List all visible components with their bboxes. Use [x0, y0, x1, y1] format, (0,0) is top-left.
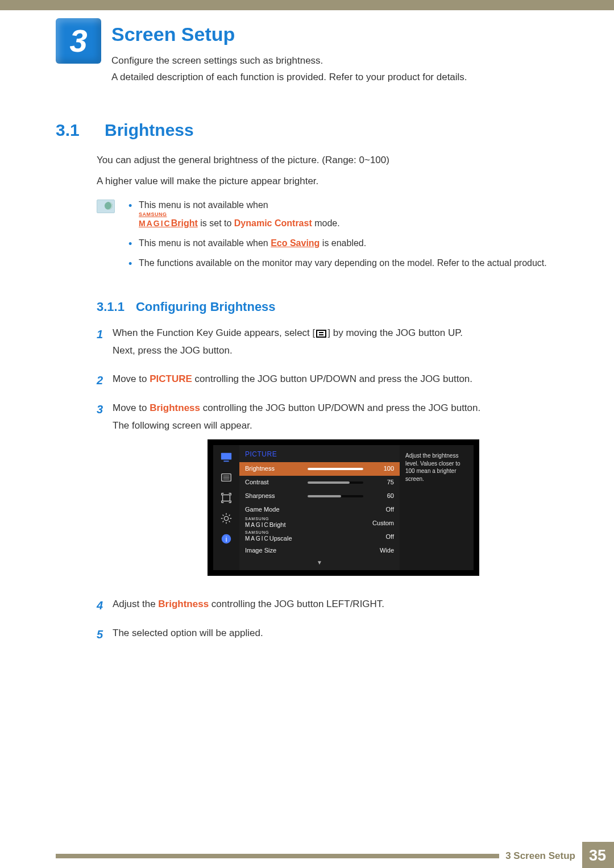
osd-row-label: Contrast	[245, 478, 302, 487]
osd-row-0: Brightness100	[239, 462, 400, 476]
step2-text-b: controlling the JOG button UP/DOWN and p…	[192, 373, 472, 384]
menu-icon	[316, 330, 326, 338]
step1-text-c: Next, press the JOG button.	[113, 344, 574, 358]
osd-row-label: Game Mode	[245, 505, 302, 514]
osd-row-3: Game ModeOff	[239, 503, 400, 517]
osd-slider	[308, 468, 363, 470]
step1-text-b: ] by moving the JOG button UP.	[327, 327, 463, 338]
osd-row-value: 60	[369, 492, 394, 501]
step5-text: The selected option will be applied.	[113, 626, 574, 641]
section-body: You can adjust the general brightness of…	[97, 153, 574, 188]
osd-row-value: Wide	[369, 546, 394, 555]
chapter-number-badge: 3	[56, 18, 101, 64]
footer-page-number: 35	[582, 842, 614, 868]
step-3: Move to Brightness controlling the JOG b…	[97, 401, 574, 594]
note1-mid: is set to	[198, 218, 234, 228]
intro-line-1: Configure the screen settings such as br…	[111, 54, 467, 68]
intro-line-2: A detailed description of each function …	[111, 70, 467, 85]
osd-row-value: 75	[369, 478, 394, 487]
svg-rect-0	[221, 453, 231, 460]
note-item-1: This menu is not available when SAMSUNGM…	[126, 198, 574, 236]
content-area: 3.1 Brightness You can adjust the genera…	[0, 87, 614, 652]
brightness-range-text: You can adjust the general brightness of…	[97, 153, 574, 168]
step-4: Adjust the Brightness controlling the JO…	[97, 597, 574, 623]
note2-pre: This menu is not available when	[139, 238, 271, 248]
note-item-3: The functions available on the monitor m…	[126, 256, 574, 276]
step3-text-c: The following screen will appear.	[113, 419, 574, 433]
note-block: This menu is not available when SAMSUNGM…	[97, 198, 574, 276]
brightness-higher-text: A higher value will make the picture app…	[97, 175, 574, 189]
eco-saving-link[interactable]: Eco Saving	[271, 238, 320, 248]
step2-text-a: Move to	[113, 373, 150, 384]
osd-icon-info: i	[219, 533, 234, 545]
note2-post: is enabled.	[320, 238, 366, 248]
picture-label: PICTURE	[150, 373, 192, 384]
osd-row-label: SAMSUNGMAGICUpscale	[245, 531, 302, 543]
osd-row-4: SAMSUNGMAGICBrightCustom	[239, 517, 400, 530]
osd-row-value: 100	[369, 464, 394, 474]
osd-row-2: Sharpness60	[239, 489, 400, 503]
note-list: This menu is not available when SAMSUNGM…	[126, 198, 574, 276]
osd-row-6: Image SizeWide	[239, 544, 400, 558]
chapter-header-text: Screen Setup Configure the screen settin…	[111, 18, 467, 87]
osd-icon-list	[219, 471, 234, 484]
osd-help-panel: Adjust the brightness level. Values clos…	[400, 445, 474, 570]
osd-slider	[308, 495, 363, 497]
step4-text-a: Adjust the	[113, 599, 158, 609]
step-5: The selected option will be applied.	[97, 626, 574, 652]
svg-rect-6	[223, 495, 230, 501]
subsection-number: 3.1.1	[97, 298, 125, 316]
note1-post: mode.	[312, 218, 340, 228]
section-number: 3.1	[56, 118, 90, 143]
osd-screenshot: i PICTURE Brightness100Contrast75Sharpne…	[208, 439, 479, 576]
top-olive-bar	[0, 0, 614, 10]
osd-row-label: Image Size	[245, 546, 302, 555]
osd-scroll-down-arrow: ▼	[239, 558, 400, 571]
subsection-title: Configuring Brightness	[136, 298, 276, 316]
osd-title: PICTURE	[239, 445, 400, 462]
osd-icon-picture	[219, 451, 234, 463]
osd-row-1: Contrast75	[239, 476, 400, 489]
osd-icon-gear	[219, 512, 234, 525]
osd-row-5: SAMSUNGMAGICUpscaleOff	[239, 530, 400, 544]
osd-main-panel: PICTURE Brightness100Contrast75Sharpness…	[239, 445, 400, 570]
osd-row-value: Off	[369, 505, 394, 514]
step-2: Move to PICTURE controlling the JOG butt…	[97, 372, 574, 398]
subsection-heading: 3.1.1 Configuring Brightness	[97, 298, 574, 316]
osd-slider	[308, 481, 363, 484]
osd-icon-resize	[219, 492, 234, 504]
note-icon	[97, 200, 115, 213]
note-item-2: This menu is not available when Eco Savi…	[126, 236, 574, 256]
page: 3 Screen Setup Configure the screen sett…	[0, 0, 614, 868]
svg-text:i: i	[226, 535, 227, 543]
dynamic-contrast-label: Dynamic Contrast	[234, 218, 312, 228]
section-title: Brightness	[105, 118, 194, 143]
step1-text-a: When the Function Key Guide appears, sel…	[113, 327, 315, 338]
osd-row-value: Off	[369, 533, 394, 542]
chapter-header: 3 Screen Setup Configure the screen sett…	[0, 10, 614, 87]
step3-text-b: controlling the JOG button UP/DOWN and p…	[200, 402, 480, 413]
footer-olive-band	[56, 854, 499, 858]
osd-row-label: Sharpness	[245, 492, 302, 501]
svg-rect-1	[223, 461, 229, 462]
steps-list: When the Function Key Guide appears, sel…	[97, 326, 574, 651]
note1-pre: This menu is not available when	[139, 200, 268, 210]
osd-row-label: Brightness	[245, 464, 302, 474]
chapter-title: Screen Setup	[111, 20, 467, 48]
footer-section-label: 3 Screen Setup	[502, 849, 579, 863]
step4-text-b: controlling the JOG button LEFT/RIGHT.	[209, 599, 384, 609]
step3-text-a: Move to	[113, 402, 150, 413]
section-heading: 3.1 Brightness	[56, 118, 574, 143]
osd-sidebar: i	[213, 445, 239, 570]
svg-point-7	[224, 517, 228, 521]
brightness-label-2: Brightness	[158, 599, 209, 609]
step-1: When the Function Key Guide appears, sel…	[97, 326, 574, 369]
brightness-label: Brightness	[150, 402, 200, 413]
osd-row-value: Custom	[369, 519, 394, 528]
osd-row-label: SAMSUNGMAGICBright	[245, 517, 302, 530]
